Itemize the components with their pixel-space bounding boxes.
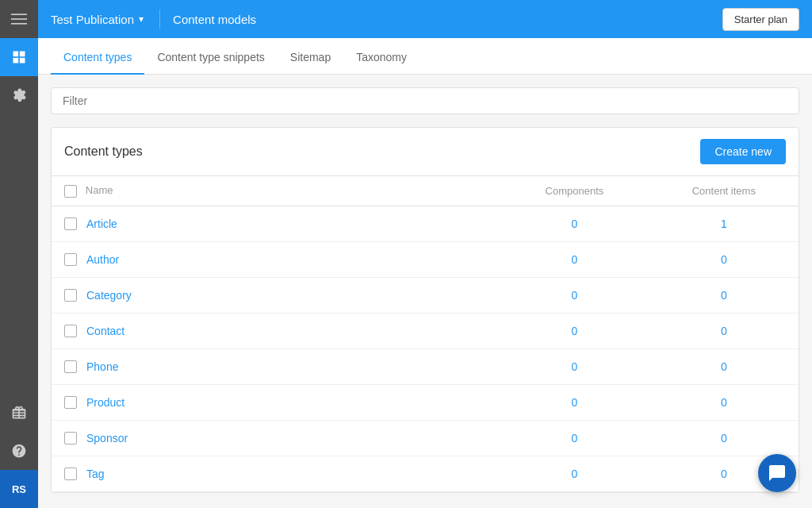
row-name-1[interactable]: Author: [86, 253, 119, 266]
row-components-1: 0: [500, 241, 649, 277]
row-checkbox-0[interactable]: [64, 217, 77, 230]
row-components-2: 0: [500, 277, 649, 313]
sidebar-gift-icon[interactable]: [0, 394, 38, 432]
row-components-4: 0: [500, 348, 649, 384]
sidebar-settings-icon[interactable]: [0, 76, 38, 114]
row-content-items-4: 0: [649, 348, 799, 384]
table-row: Author 0 0: [52, 241, 799, 277]
col-header-content-items: Content items: [649, 176, 799, 206]
table-row: Category 0 0: [52, 277, 799, 313]
row-content-items-0: 1: [649, 206, 799, 241]
filter-input[interactable]: [51, 87, 799, 114]
row-name-3[interactable]: Contact: [86, 325, 124, 337]
publication-name: Test Publication: [51, 13, 134, 26]
row-name-4[interactable]: Phone: [86, 360, 118, 373]
row-content-items-1: 0: [649, 241, 799, 277]
row-name-6[interactable]: Sponsor: [86, 432, 128, 444]
chat-bubble-button[interactable]: [758, 454, 796, 492]
row-checkbox-6[interactable]: [64, 432, 77, 444]
content-types-table: Name Components Content items Article 0 …: [52, 176, 799, 492]
tab-taxonomy[interactable]: Taxonomy: [343, 41, 419, 75]
row-checkbox-2[interactable]: [64, 289, 77, 302]
svg-rect-1: [11, 18, 27, 20]
svg-rect-0: [11, 13, 27, 15]
table-row: Tag 0 0: [52, 456, 799, 491]
user-avatar[interactable]: RS: [0, 470, 38, 508]
row-content-items-5: 0: [649, 384, 799, 420]
svg-rect-4: [20, 52, 25, 57]
row-checkbox-5[interactable]: [64, 396, 77, 409]
table-row: Product 0 0: [52, 384, 799, 420]
svg-rect-3: [13, 52, 19, 57]
tab-content-types[interactable]: Content types: [51, 41, 144, 75]
svg-rect-6: [20, 58, 25, 64]
top-bar: Test Publication ▾ Content models Starte…: [38, 0, 812, 38]
row-checkbox-1[interactable]: [64, 253, 77, 266]
row-components-3: 0: [500, 313, 649, 348]
row-name-2[interactable]: Category: [86, 289, 132, 302]
row-components-0: 0: [500, 206, 649, 241]
table-title: Content types: [64, 144, 700, 159]
page-title: Content models: [173, 13, 256, 26]
row-components-5: 0: [500, 384, 649, 420]
sidebar: RS: [0, 0, 38, 508]
table-row: Contact 0 0: [52, 313, 799, 348]
col-header-components: Components: [500, 176, 649, 206]
row-name-5[interactable]: Product: [86, 396, 124, 409]
svg-rect-2: [11, 23, 27, 25]
row-components-7: 0: [500, 456, 649, 491]
sidebar-menu-icon[interactable]: [0, 0, 38, 38]
row-content-items-6: 0: [649, 420, 799, 456]
row-checkbox-3[interactable]: [64, 325, 77, 337]
content-types-card: Content types Create new Name Components…: [51, 127, 799, 493]
top-bar-divider: [159, 10, 160, 29]
tab-sitemap[interactable]: Sitemap: [278, 41, 343, 75]
tabs-bar: Content types Content type snippets Site…: [38, 38, 812, 75]
sidebar-content-icon[interactable]: [0, 38, 38, 76]
svg-rect-5: [13, 58, 19, 64]
starter-plan-button[interactable]: Starter plan: [722, 8, 799, 31]
publication-chevron-icon: ▾: [139, 13, 144, 25]
row-checkbox-7[interactable]: [64, 468, 77, 480]
sidebar-help-icon[interactable]: [0, 432, 38, 470]
filter-container: [51, 87, 799, 114]
publication-selector[interactable]: Test Publication ▾: [51, 13, 144, 26]
row-content-items-2: 0: [649, 277, 799, 313]
table-row: Phone 0 0: [52, 348, 799, 384]
tab-content-type-snippets[interactable]: Content type snippets: [144, 41, 277, 75]
main-area: Test Publication ▾ Content models Starte…: [38, 0, 812, 508]
row-components-6: 0: [500, 420, 649, 456]
create-new-button[interactable]: Create new: [700, 139, 786, 164]
table-header-row: Content types Create new: [52, 128, 799, 176]
row-checkbox-4[interactable]: [64, 360, 77, 373]
row-content-items-3: 0: [649, 313, 799, 348]
select-all-checkbox[interactable]: [64, 185, 77, 198]
row-name-0[interactable]: Article: [86, 217, 117, 230]
content-area: Content types Create new Name Components…: [38, 75, 812, 508]
row-name-7[interactable]: Tag: [86, 468, 105, 480]
col-header-name: Name: [52, 176, 500, 206]
table-row: Article 0 1: [52, 206, 799, 241]
table-row: Sponsor 0 0: [52, 420, 799, 456]
